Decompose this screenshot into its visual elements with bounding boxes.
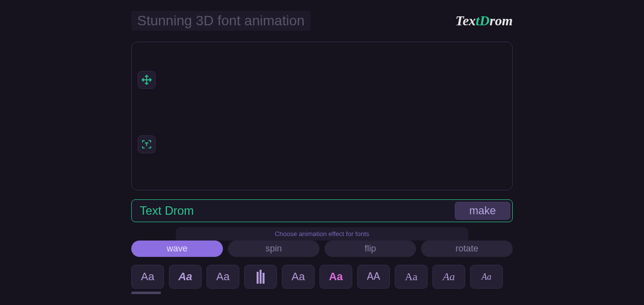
font-option[interactable]: Aa — [432, 265, 465, 289]
make-button[interactable]: make — [455, 202, 510, 220]
text-frame-icon — [141, 139, 152, 150]
font-picker: Aa Aa Aa Aa Aa AA Aa Aa Aa — [131, 265, 513, 289]
font-option[interactable]: Aa — [207, 265, 239, 289]
logo[interactable]: TextDrom — [455, 13, 513, 29]
move-tool-button[interactable] — [138, 71, 156, 89]
header: Stunning 3D font animation TextDrom — [131, 11, 513, 31]
font-option[interactable]: Aa — [320, 265, 352, 289]
tab-flip[interactable]: flip — [324, 241, 416, 257]
text-input-row: make — [131, 199, 513, 222]
text-frame-tool-button[interactable] — [138, 135, 156, 153]
tab-rotate[interactable]: rotate — [421, 241, 513, 257]
font-option[interactable]: Aa — [169, 265, 202, 289]
text-input[interactable] — [134, 204, 455, 218]
book-icon — [257, 270, 265, 284]
font-scroll-thumb[interactable] — [131, 292, 161, 294]
font-option[interactable]: AA — [357, 265, 390, 289]
effect-hint: Choose animation effect for fonts — [176, 227, 468, 241]
page-title: Stunning 3D font animation — [131, 11, 311, 31]
tab-wave[interactable]: wave — [131, 241, 223, 257]
move-icon — [141, 74, 152, 85]
effect-tabs: wave spin flip rotate — [131, 241, 513, 257]
font-option[interactable]: Aa — [395, 265, 428, 289]
font-option[interactable] — [244, 265, 277, 289]
font-option[interactable]: Aa — [470, 265, 503, 289]
font-option[interactable]: Aa — [131, 265, 164, 289]
preview-canvas[interactable] — [131, 42, 513, 190]
font-option[interactable]: Aa — [282, 265, 315, 289]
tab-spin[interactable]: spin — [228, 241, 320, 257]
